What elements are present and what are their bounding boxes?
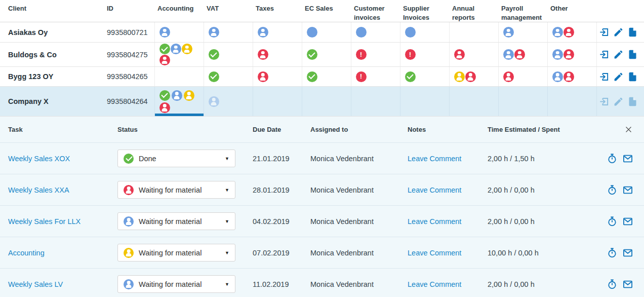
- dot-blue-icon: [307, 27, 317, 38]
- client-document-icon[interactable]: [627, 49, 638, 60]
- col-header-other: Other: [547, 0, 596, 22]
- alert-red-icon: [356, 49, 367, 60]
- dropdown-caret-icon: ▼: [225, 156, 229, 161]
- task-status-select[interactable]: Waiting for material ▼: [117, 181, 235, 199]
- status-cell-taxes: [258, 49, 300, 60]
- user-red-icon: [503, 71, 514, 82]
- client-document-icon[interactable]: [627, 27, 638, 38]
- task-link[interactable]: Weekly Sales XXA: [8, 186, 69, 194]
- mail-icon[interactable]: [622, 184, 633, 196]
- status-cell-supplier-invoices: [405, 49, 448, 60]
- check-green-icon: [209, 71, 219, 82]
- col-header-vat: VAT: [204, 0, 253, 22]
- task-col-header-time: Time Estimated / Spent: [488, 126, 607, 133]
- open-client-icon[interactable]: [599, 49, 610, 60]
- mail-icon[interactable]: [622, 216, 633, 227]
- user-yellow-icon: [124, 248, 134, 258]
- leave-comment-link[interactable]: Leave Comment: [408, 249, 461, 257]
- user-red-icon: [564, 27, 574, 38]
- task-status-select[interactable]: Waiting for material ▼: [117, 275, 235, 293]
- dropdown-caret-icon: ▼: [225, 219, 229, 224]
- task-row: Weekly Sales LV Waiting for material ▼ 1…: [0, 269, 644, 297]
- task-due-date: 11.02.2019: [253, 280, 310, 288]
- task-time-estimated-spent: 10,00 h / 0,00 h: [488, 249, 607, 257]
- timer-icon[interactable]: [607, 247, 618, 258]
- client-row-bygg[interactable]: Bygg 123 OY 9935804265: [0, 67, 644, 87]
- status-cell-accounting-active: [154, 87, 204, 117]
- edit-client-icon: [613, 96, 624, 107]
- task-assigned-to: Monica Vedenbrant: [310, 155, 408, 163]
- task-status-value: Done: [139, 155, 156, 163]
- mail-icon[interactable]: [622, 279, 633, 290]
- user-red-icon: [124, 185, 134, 195]
- status-cell-customer-invoices: [356, 49, 398, 60]
- task-link[interactable]: Weekly Sales For LLX: [8, 217, 80, 226]
- task-link[interactable]: Weekly Sales LV: [8, 280, 63, 288]
- client-id: 9935804265: [101, 67, 154, 87]
- task-row: Weekly Sales XXA Waiting for material ▼ …: [0, 174, 644, 206]
- col-header-actions: [596, 0, 644, 22]
- timer-icon[interactable]: [607, 153, 618, 164]
- task-due-date: 28.01.2019: [253, 186, 310, 194]
- client-document-icon[interactable]: [627, 71, 638, 82]
- timer-icon[interactable]: [607, 279, 618, 290]
- dropdown-caret-icon: ▼: [225, 188, 229, 193]
- status-cell-payroll-management: [503, 71, 546, 82]
- leave-comment-link[interactable]: Leave Comment: [408, 155, 461, 163]
- task-status-select[interactable]: Done ▼: [117, 150, 235, 167]
- mail-icon[interactable]: [622, 153, 633, 164]
- user-blue-icon: [552, 27, 563, 38]
- timer-icon[interactable]: [607, 216, 618, 227]
- col-header-customer-invoices: Customer invoices: [351, 0, 400, 22]
- user-blue-faded-icon: [209, 96, 219, 107]
- client-row-asiakas[interactable]: Asiakas Oy 9935800721: [0, 22, 644, 43]
- task-status-select[interactable]: Waiting for material ▼: [117, 244, 235, 262]
- status-cell-ec-sales: [307, 71, 349, 82]
- status-cell-payroll-management: [503, 27, 546, 38]
- client-name: Buldogs & Co: [0, 43, 101, 67]
- close-tasks-icon[interactable]: [624, 125, 633, 134]
- client-row-buldogs[interactable]: Buldogs & Co 9935804275: [0, 43, 644, 67]
- client-name: Bygg 123 OY: [0, 67, 101, 87]
- status-cell-accounting: [159, 44, 202, 65]
- col-header-payroll-management: Payroll management: [498, 0, 547, 22]
- edit-client-icon[interactable]: [613, 27, 624, 38]
- task-status-select[interactable]: Waiting for material ▼: [117, 212, 235, 230]
- task-time-estimated-spent: 2,00 h / 0,00 h: [488, 186, 607, 194]
- user-blue-icon: [552, 71, 563, 82]
- task-assigned-to: Monica Vedenbrant: [310, 249, 408, 257]
- task-col-header-due-date: Due Date: [253, 126, 310, 133]
- task-link[interactable]: Accounting: [8, 249, 45, 257]
- edit-client-icon[interactable]: [613, 49, 624, 60]
- user-blue-icon: [172, 90, 182, 101]
- col-header-accounting: Accounting: [154, 0, 204, 22]
- open-client-icon[interactable]: [599, 27, 610, 38]
- check-green-icon: [307, 71, 317, 82]
- open-client-icon[interactable]: [599, 71, 610, 82]
- client-id: 9935804275: [101, 43, 154, 67]
- check-green-icon: [405, 71, 416, 82]
- leave-comment-link[interactable]: Leave Comment: [408, 217, 461, 226]
- mail-icon[interactable]: [622, 247, 633, 258]
- timer-icon[interactable]: [607, 184, 618, 196]
- col-header-annual-reports: Annual reports: [449, 0, 498, 22]
- task-col-header-task: Task: [8, 126, 117, 133]
- status-cell-other: [552, 27, 595, 38]
- task-status-value: Waiting for material: [139, 280, 202, 288]
- leave-comment-link[interactable]: Leave Comment: [408, 186, 461, 194]
- task-link[interactable]: Weekly Sales XOX: [8, 155, 70, 163]
- task-status-value: Waiting for material: [139, 217, 202, 226]
- client-row-company-x-selected[interactable]: Company X 9935804264: [0, 87, 644, 117]
- col-header-ec-sales: EC Sales: [302, 0, 351, 22]
- edit-client-icon[interactable]: [613, 71, 624, 82]
- status-cell-other: [552, 71, 595, 82]
- leave-comment-link[interactable]: Leave Comment: [408, 280, 461, 288]
- task-status-value: Waiting for material: [139, 186, 202, 194]
- task-time-estimated-spent: 2,00 h / 0,00 h: [488, 217, 607, 226]
- client-id: 9935800721: [101, 22, 154, 43]
- user-blue-icon: [258, 27, 268, 38]
- open-client-icon: [599, 96, 610, 107]
- user-yellow-icon: [454, 71, 465, 82]
- col-header-id: ID: [101, 0, 154, 22]
- client-id: 9935804264: [101, 87, 154, 117]
